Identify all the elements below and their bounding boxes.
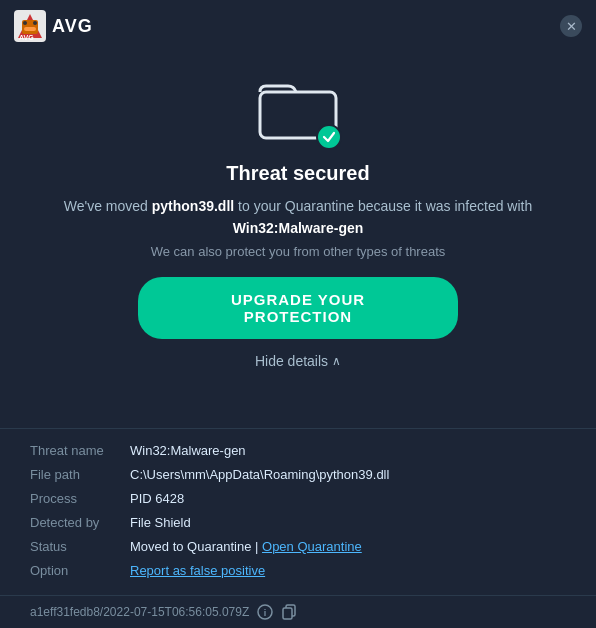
value-detected-by: File Shield <box>130 515 566 530</box>
detail-row-file-path: File path C:\Users\mm\AppData\Roaming\py… <box>30 467 566 482</box>
folder-icon-container <box>258 72 338 146</box>
header: AVG AVG ✕ <box>0 0 596 52</box>
detail-row-status: Status Moved to Quarantine | Open Quaran… <box>30 539 566 554</box>
label-option: Option <box>30 563 130 578</box>
check-badge <box>316 124 342 150</box>
status-text: Moved to Quarantine | <box>130 539 262 554</box>
desc-prefix: We've moved <box>64 198 152 214</box>
logo-area: AVG AVG <box>14 10 93 42</box>
svg-rect-11 <box>283 608 292 619</box>
details-section: Threat name Win32:Malware-gen File path … <box>0 429 596 595</box>
malware-name: Win32:Malware-gen <box>64 217 533 239</box>
detail-row-option: Option Report as false positive <box>30 563 566 578</box>
hide-details-toggle[interactable]: Hide details ∧ <box>255 353 341 369</box>
value-file-path: C:\Users\mm\AppData\Roaming\python39.dll <box>130 467 566 482</box>
desc-mid: to your Quarantine because it was infect… <box>234 198 532 214</box>
svg-text:i: i <box>264 608 267 618</box>
main-content: Threat secured We've moved python39.dll … <box>0 52 596 428</box>
info-icon: i <box>257 604 273 620</box>
app-window: AVG AVG ✕ Threat secured We've mo <box>0 0 596 628</box>
label-threat-name: Threat name <box>30 443 130 458</box>
label-file-path: File path <box>30 467 130 482</box>
upgrade-button[interactable]: UPGRADE YOUR PROTECTION <box>138 277 458 339</box>
report-false-positive-link[interactable]: Report as false positive <box>130 563 566 578</box>
value-threat-name: Win32:Malware-gen <box>130 443 566 458</box>
threat-title: Threat secured <box>226 162 369 185</box>
copy-icon-button[interactable] <box>281 604 297 620</box>
open-quarantine-link[interactable]: Open Quarantine <box>262 539 362 554</box>
detail-row-threat-name: Threat name Win32:Malware-gen <box>30 443 566 458</box>
threat-filename: python39.dll <box>152 198 234 214</box>
svg-point-3 <box>23 21 27 25</box>
value-process: PID 6428 <box>130 491 566 506</box>
value-status: Moved to Quarantine | Open Quarantine <box>130 539 566 554</box>
hash-text: a1eff31fedb8/2022-07-15T06:56:05.079Z <box>30 605 249 619</box>
chevron-up-icon: ∧ <box>332 354 341 368</box>
protect-text: We can also protect you from other types… <box>151 244 446 259</box>
avg-logo-icon: AVG <box>14 10 46 42</box>
label-process: Process <box>30 491 130 506</box>
svg-rect-5 <box>24 27 36 31</box>
label-status: Status <box>30 539 130 554</box>
footer: a1eff31fedb8/2022-07-15T06:56:05.079Z i <box>0 595 596 628</box>
close-button[interactable]: ✕ <box>560 15 582 37</box>
info-icon-button[interactable]: i <box>257 604 273 620</box>
svg-text:AVG: AVG <box>19 34 34 41</box>
label-detected-by: Detected by <box>30 515 130 530</box>
svg-point-4 <box>33 21 37 25</box>
hide-details-label: Hide details <box>255 353 328 369</box>
threat-description: We've moved python39.dll to your Quarant… <box>64 195 533 240</box>
detail-row-process: Process PID 6428 <box>30 491 566 506</box>
logo-text: AVG <box>52 16 93 37</box>
detail-row-detected-by: Detected by File Shield <box>30 515 566 530</box>
copy-icon <box>281 604 297 620</box>
